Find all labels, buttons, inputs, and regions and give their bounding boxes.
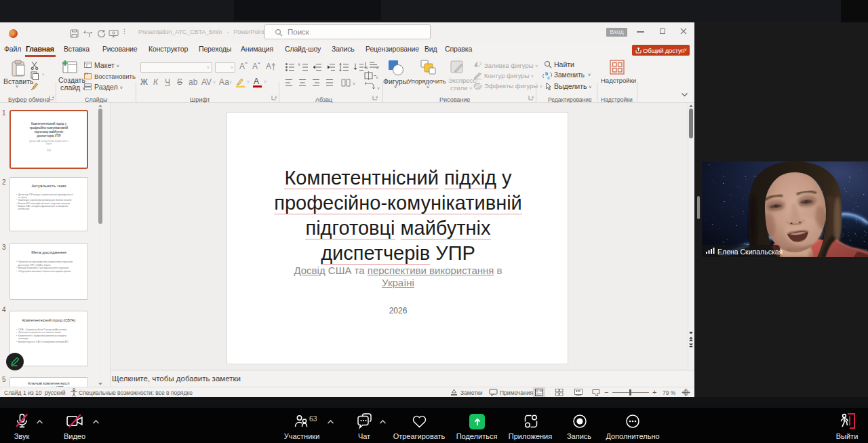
- svg-text:▾: ▾: [90, 31, 92, 35]
- svg-text:c: c: [547, 75, 550, 80]
- svg-text:˅: ˅: [376, 75, 378, 80]
- svg-text:˅: ˅: [376, 66, 378, 71]
- svg-text:˅: ˅: [377, 86, 380, 91]
- svg-text:Елена Скипальская: Елена Скипальская: [717, 248, 783, 256]
- svg-text:˅: ˅: [353, 81, 355, 86]
